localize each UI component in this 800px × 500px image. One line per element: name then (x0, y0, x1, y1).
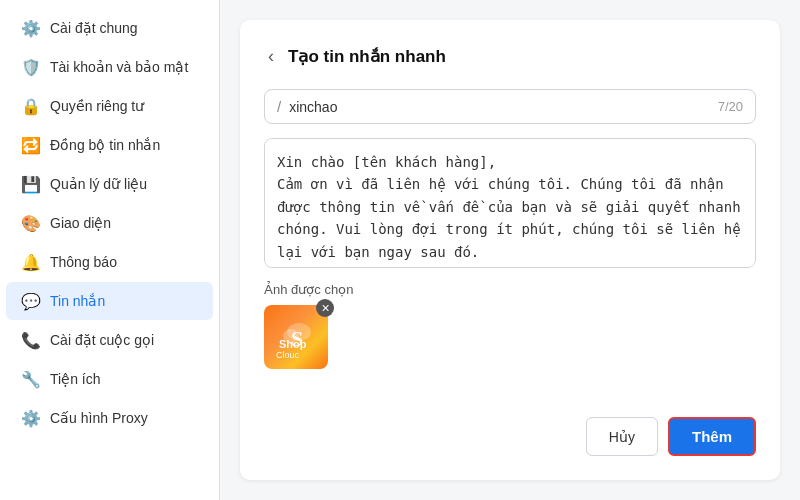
sidebar-item-label: Quản lý dữ liệu (50, 176, 147, 192)
panel-title: Tạo tin nhắn nhanh (288, 46, 446, 67)
sidebar-item-tai-khoan[interactable]: 🛡️ Tài khoản và bảo mật (6, 48, 213, 86)
sidebar-item-cai-dat-chung[interactable]: ⚙️ Cài đặt chung (6, 9, 213, 47)
sidebar-item-label: Giao diện (50, 215, 111, 231)
sidebar-item-tien-ich[interactable]: 🔧 Tiện ích (6, 360, 213, 398)
message-icon: 💬 (22, 292, 40, 310)
sidebar: ⚙️ Cài đặt chung 🛡️ Tài khoản và bảo mật… (0, 0, 220, 500)
add-button[interactable]: Thêm (668, 417, 756, 456)
phone-icon: 📞 (22, 331, 40, 349)
message-textarea[interactable]: Xin chào [tên khách hàng], Cảm ơn vì đã … (264, 138, 756, 268)
sidebar-item-quan-ly[interactable]: 💾 Quản lý dữ liệu (6, 165, 213, 203)
main-content: ‹ Tạo tin nhắn nhanh / 7/20 Xin chào [tê… (220, 0, 800, 500)
database-icon: 💾 (22, 175, 40, 193)
shortcut-input[interactable] (289, 99, 710, 115)
sidebar-item-label: Tiện ích (50, 371, 101, 387)
lock-icon: 🔒 (22, 97, 40, 115)
cancel-button[interactable]: Hủy (586, 417, 658, 456)
shortcut-row: / 7/20 (264, 89, 756, 124)
sidebar-item-dong-bo[interactable]: 🔁 Đồng bộ tin nhắn (6, 126, 213, 164)
sidebar-item-label: Quyền riêng tư (50, 98, 144, 114)
palette-icon: 🎨 (22, 214, 40, 232)
sidebar-item-tin-nhan[interactable]: 💬 Tin nhắn (6, 282, 213, 320)
image-section-label: Ảnh được chọn (264, 282, 756, 297)
image-remove-button[interactable]: ✕ (316, 299, 334, 317)
sidebar-item-thong-bao[interactable]: 🔔 Thông báo (6, 243, 213, 281)
image-preview-wrapper: Shop Clouc S ✕ (264, 305, 328, 369)
sidebar-item-label: Tin nhắn (50, 293, 105, 309)
shortcut-count: 7/20 (718, 99, 743, 114)
image-section: Ảnh được chọn Shop Clouc S (264, 282, 756, 369)
shop-cloud-logo: Shop Clouc S (271, 312, 321, 362)
sidebar-item-label: Cài đặt cuộc gọi (50, 332, 154, 348)
sidebar-item-cuoc-goi[interactable]: 📞 Cài đặt cuộc gọi (6, 321, 213, 359)
sidebar-item-giao-dien[interactable]: 🎨 Giao diện (6, 204, 213, 242)
tool-icon: 🔧 (22, 370, 40, 388)
shield-icon: 🛡️ (22, 58, 40, 76)
slash-label: / (277, 98, 281, 115)
proxy-icon: ⚙️ (22, 409, 40, 427)
bell-icon: 🔔 (22, 253, 40, 271)
sidebar-item-quyen-rieng-tu[interactable]: 🔒 Quyền riêng tư (6, 87, 213, 125)
svg-text:S: S (291, 326, 303, 351)
sidebar-item-label: Tài khoản và bảo mật (50, 59, 188, 75)
panel-footer: Hủy Thêm (264, 401, 756, 456)
sidebar-item-proxy[interactable]: ⚙️ Cấu hình Proxy (6, 399, 213, 437)
sidebar-item-label: Thông báo (50, 254, 117, 270)
sidebar-item-label: Cấu hình Proxy (50, 410, 148, 426)
gear-icon: ⚙️ (22, 19, 40, 37)
sidebar-item-label: Cài đặt chung (50, 20, 138, 36)
panel-header: ‹ Tạo tin nhắn nhanh (264, 44, 756, 69)
sync-icon: 🔁 (22, 136, 40, 154)
svg-text:Clouc: Clouc (276, 350, 300, 360)
create-quick-message-panel: ‹ Tạo tin nhắn nhanh / 7/20 Xin chào [tê… (240, 20, 780, 480)
back-button[interactable]: ‹ (264, 44, 278, 69)
sidebar-item-label: Đồng bộ tin nhắn (50, 137, 160, 153)
